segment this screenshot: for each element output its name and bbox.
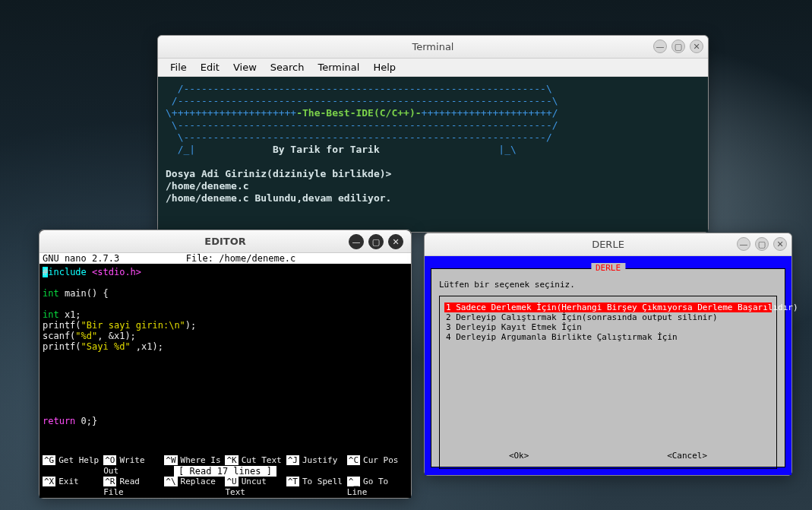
derle-option-3[interactable]: 3 Derleyip Kayıt Etmek İçin <box>444 322 772 332</box>
nano-shortcut: ^CCur Pos <box>347 455 408 477</box>
editor-titlebar[interactable]: EDITOR — ▢ ✕ <box>39 230 411 253</box>
derle-option-list: 1 Sadece Derlemek İçin(Herhangi Birşey Ç… <box>439 296 777 469</box>
terminal-input: /home/deneme.c <box>166 180 249 192</box>
menu-file[interactable]: File <box>164 60 193 74</box>
terminal-body[interactable]: /---------------------------------------… <box>158 77 708 232</box>
derle-option-4[interactable]: 4 Derleyip Argumanla Birlikte Çalıştırma… <box>444 332 772 342</box>
cancel-button[interactable]: <Cancel> <box>667 451 707 461</box>
nano-shortcut: ^JJustify <box>286 455 347 477</box>
close-icon[interactable]: ✕ <box>773 237 787 251</box>
derle-prompt: Lütfen bir seçenek seçiniz. <box>439 280 777 290</box>
terminal-title: Terminal <box>412 41 454 52</box>
nano-shortcut: ^OWrite Out <box>103 455 164 477</box>
close-icon[interactable]: ✕ <box>388 234 403 249</box>
minimize-icon[interactable]: — <box>349 234 364 249</box>
nano-footer: ^GGet Help^OWrite Out^WWhere Is^KCut Tex… <box>43 455 408 498</box>
editor-body[interactable]: GNU nano 2.7.3 File: /home/deneme.c #inc… <box>39 253 411 498</box>
nano-shortcut: ^KCut Text <box>225 455 286 477</box>
nano-shortcut: ^RRead File <box>103 477 164 498</box>
derle-box: DERLE Lütfen bir seçenek seçiniz. 1 Sade… <box>431 268 785 467</box>
menu-view[interactable]: View <box>227 60 263 74</box>
terminal-output: /home/deneme.c Bulundu,devam ediliyor. <box>166 192 391 204</box>
derle-option-1[interactable]: 1 Sadece Derlemek İçin(Herhangi Birşey Ç… <box>444 303 772 312</box>
nano-shortcut: ^_Go To Line <box>347 477 408 498</box>
menu-terminal[interactable]: Terminal <box>311 60 365 74</box>
menu-edit[interactable]: Edit <box>194 60 226 74</box>
ok-button[interactable]: <Ok> <box>509 451 529 461</box>
menu-search[interactable]: Search <box>264 60 311 74</box>
nano-shortcut: ^TTo Spell <box>286 477 347 498</box>
nano-header: GNU nano 2.7.3 File: /home/deneme.c <box>39 253 411 264</box>
derle-window: DERLE — ▢ ✕ DERLE Lütfen bir seçenek seç… <box>424 233 792 476</box>
close-icon[interactable]: ✕ <box>690 40 703 53</box>
nano-shortcut: ^UUncut Text <box>225 477 286 498</box>
maximize-icon[interactable]: ▢ <box>755 237 769 251</box>
minimize-icon[interactable]: — <box>653 40 667 53</box>
derle-box-label: DERLE <box>591 263 625 273</box>
nano-shortcut: ^\Replace <box>164 477 225 498</box>
nano-shortcut: ^WWhere Is <box>164 455 225 477</box>
terminal-menubar: File Edit View Search Terminal Help <box>158 59 708 77</box>
nano-shortcut: ^GGet Help <box>43 455 103 477</box>
derle-titlebar[interactable]: DERLE — ▢ ✕ <box>425 233 791 256</box>
terminal-prompt: Dosya Adi Giriniz(diziniyle birlikde)> <box>166 168 391 179</box>
derle-option-2[interactable]: 2 Derleyip Calıştırmak İçin(sonrasında o… <box>444 312 772 322</box>
derle-body: DERLE Lütfen bir seçenek seçiniz. 1 Sade… <box>425 256 791 475</box>
maximize-icon[interactable]: ▢ <box>671 40 685 53</box>
nano-code[interactable]: #include <stdio.h> int main() { int x1; … <box>39 264 411 426</box>
terminal-titlebar[interactable]: Terminal — ▢ ✕ <box>158 36 708 59</box>
editor-window: EDITOR — ▢ ✕ GNU nano 2.7.3 File: /home/… <box>39 230 412 499</box>
maximize-icon[interactable]: ▢ <box>368 234 384 249</box>
nano-shortcut: ^XExit <box>43 477 103 498</box>
minimize-icon[interactable]: — <box>737 237 750 251</box>
editor-title: EDITOR <box>204 236 245 247</box>
terminal-window: Terminal — ▢ ✕ File Edit View Search Ter… <box>157 35 709 233</box>
derle-title: DERLE <box>592 239 624 250</box>
menu-help[interactable]: Help <box>367 60 402 74</box>
